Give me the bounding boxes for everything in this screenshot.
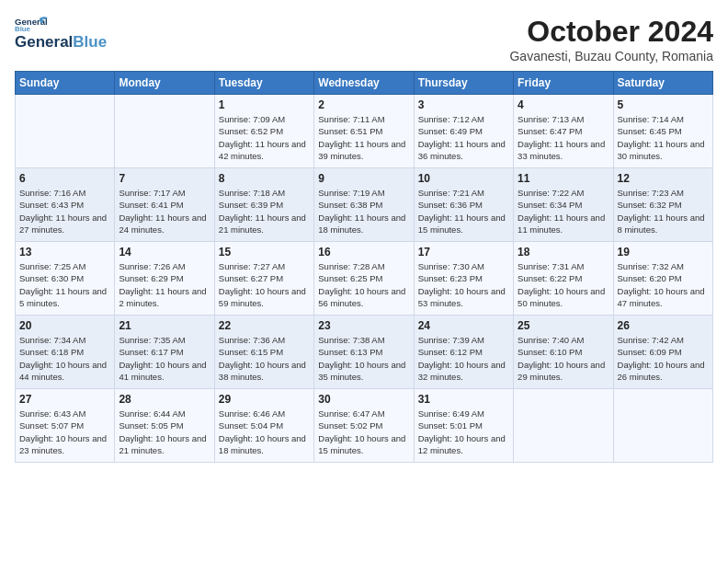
logo-general: General [15, 33, 73, 52]
day-number: 25 [518, 319, 609, 332]
day-number: 10 [418, 172, 509, 185]
weekday-header-cell: Thursday [414, 72, 513, 95]
day-info: Sunrise: 7:36 AM Sunset: 6:15 PM Dayligh… [219, 334, 310, 383]
day-number: 28 [119, 393, 210, 406]
calendar-cell [115, 95, 214, 168]
day-number: 13 [19, 246, 110, 259]
day-info: Sunrise: 6:47 AM Sunset: 5:02 PM Dayligh… [318, 408, 409, 456]
calendar-cell: 18Sunrise: 7:31 AM Sunset: 6:22 PM Dayli… [514, 242, 613, 316]
day-info: Sunrise: 7:28 AM Sunset: 6:25 PM Dayligh… [318, 260, 409, 309]
calendar-cell: 6Sunrise: 7:16 AM Sunset: 6:43 PM Daylig… [16, 168, 115, 242]
day-info: Sunrise: 7:30 AM Sunset: 6:23 PM Dayligh… [418, 260, 509, 309]
calendar-cell: 17Sunrise: 7:30 AM Sunset: 6:23 PM Dayli… [414, 242, 513, 316]
day-number: 21 [119, 319, 210, 332]
day-number: 8 [219, 172, 310, 185]
location-title: Gavanesti, Buzau County, Romania [509, 49, 713, 63]
day-info: Sunrise: 6:43 AM Sunset: 5:07 PM Dayligh… [19, 408, 110, 456]
calendar-cell: 28Sunrise: 6:44 AM Sunset: 5:05 PM Dayli… [115, 389, 214, 463]
day-info: Sunrise: 7:16 AM Sunset: 6:43 PM Dayligh… [19, 187, 110, 236]
calendar-cell: 30Sunrise: 6:47 AM Sunset: 5:02 PM Dayli… [314, 389, 414, 463]
logo: General Blue General Blue [15, 15, 107, 52]
svg-text:Blue: Blue [15, 25, 31, 33]
day-info: Sunrise: 7:34 AM Sunset: 6:18 PM Dayligh… [19, 334, 110, 383]
weekday-header-cell: Wednesday [314, 72, 414, 95]
day-info: Sunrise: 7:39 AM Sunset: 6:12 PM Dayligh… [418, 334, 509, 383]
day-number: 20 [19, 319, 110, 332]
day-number: 4 [518, 98, 609, 111]
day-number: 1 [219, 98, 310, 111]
month-title: October 2024 [509, 15, 713, 49]
calendar-cell: 12Sunrise: 7:23 AM Sunset: 6:32 PM Dayli… [613, 168, 712, 242]
day-info: Sunrise: 7:19 AM Sunset: 6:38 PM Dayligh… [318, 187, 409, 236]
day-number: 5 [618, 98, 709, 111]
day-info: Sunrise: 7:12 AM Sunset: 6:49 PM Dayligh… [418, 113, 509, 162]
calendar-cell: 16Sunrise: 7:28 AM Sunset: 6:25 PM Dayli… [314, 242, 414, 316]
page-header: General Blue General Blue October 2024 G… [15, 15, 713, 63]
day-number: 2 [318, 98, 409, 111]
calendar-cell: 4Sunrise: 7:13 AM Sunset: 6:47 PM Daylig… [514, 95, 613, 168]
calendar-cell: 29Sunrise: 6:46 AM Sunset: 5:04 PM Dayli… [214, 389, 313, 463]
day-number: 3 [418, 98, 509, 111]
calendar-week-row: 20Sunrise: 7:34 AM Sunset: 6:18 PM Dayli… [16, 316, 713, 389]
day-info: Sunrise: 7:11 AM Sunset: 6:51 PM Dayligh… [318, 113, 409, 162]
day-info: Sunrise: 7:25 AM Sunset: 6:30 PM Dayligh… [19, 260, 110, 309]
day-number: 29 [219, 393, 310, 406]
day-info: Sunrise: 7:13 AM Sunset: 6:47 PM Dayligh… [518, 113, 609, 162]
day-number: 22 [219, 319, 310, 332]
calendar-cell: 3Sunrise: 7:12 AM Sunset: 6:49 PM Daylig… [414, 95, 513, 168]
title-section: October 2024 Gavanesti, Buzau County, Ro… [509, 15, 713, 63]
calendar-cell: 8Sunrise: 7:18 AM Sunset: 6:39 PM Daylig… [214, 168, 313, 242]
calendar-cell [514, 389, 613, 463]
calendar-cell: 5Sunrise: 7:14 AM Sunset: 6:45 PM Daylig… [613, 95, 712, 168]
day-number: 24 [418, 319, 509, 332]
day-number: 11 [518, 172, 609, 185]
logo-icon: General Blue [15, 15, 48, 33]
day-info: Sunrise: 7:32 AM Sunset: 6:20 PM Dayligh… [618, 260, 709, 309]
day-number: 18 [518, 246, 609, 259]
calendar-week-row: 27Sunrise: 6:43 AM Sunset: 5:07 PM Dayli… [16, 389, 713, 463]
day-number: 16 [318, 246, 409, 259]
calendar-cell: 15Sunrise: 7:27 AM Sunset: 6:27 PM Dayli… [214, 242, 313, 316]
day-number: 12 [618, 172, 709, 185]
day-info: Sunrise: 7:38 AM Sunset: 6:13 PM Dayligh… [318, 334, 409, 383]
logo-blue: Blue [73, 33, 107, 52]
weekday-header-cell: Saturday [613, 72, 712, 95]
weekday-header-cell: Friday [514, 72, 613, 95]
calendar-cell: 26Sunrise: 7:42 AM Sunset: 6:09 PM Dayli… [613, 316, 712, 389]
day-info: Sunrise: 7:40 AM Sunset: 6:10 PM Dayligh… [518, 334, 609, 383]
weekday-header-cell: Tuesday [214, 72, 313, 95]
day-number: 14 [119, 246, 210, 259]
calendar-cell: 25Sunrise: 7:40 AM Sunset: 6:10 PM Dayli… [514, 316, 613, 389]
calendar-cell: 20Sunrise: 7:34 AM Sunset: 6:18 PM Dayli… [16, 316, 115, 389]
calendar-week-row: 13Sunrise: 7:25 AM Sunset: 6:30 PM Dayli… [16, 242, 713, 316]
day-info: Sunrise: 7:42 AM Sunset: 6:09 PM Dayligh… [618, 334, 709, 383]
day-number: 9 [318, 172, 409, 185]
day-number: 7 [119, 172, 210, 185]
calendar-cell: 19Sunrise: 7:32 AM Sunset: 6:20 PM Dayli… [613, 242, 712, 316]
calendar-cell: 10Sunrise: 7:21 AM Sunset: 6:36 PM Dayli… [414, 168, 513, 242]
day-number: 30 [318, 393, 409, 406]
calendar-cell [16, 95, 115, 168]
day-info: Sunrise: 7:23 AM Sunset: 6:32 PM Dayligh… [618, 187, 709, 236]
calendar-cell [613, 389, 712, 463]
day-info: Sunrise: 6:49 AM Sunset: 5:01 PM Dayligh… [418, 408, 509, 456]
weekday-header-cell: Monday [115, 72, 214, 95]
day-info: Sunrise: 7:26 AM Sunset: 6:29 PM Dayligh… [119, 260, 210, 309]
day-info: Sunrise: 7:14 AM Sunset: 6:45 PM Dayligh… [618, 113, 709, 162]
day-info: Sunrise: 7:18 AM Sunset: 6:39 PM Dayligh… [219, 187, 310, 236]
calendar-cell: 22Sunrise: 7:36 AM Sunset: 6:15 PM Dayli… [214, 316, 313, 389]
calendar-cell: 24Sunrise: 7:39 AM Sunset: 6:12 PM Dayli… [414, 316, 513, 389]
weekday-header-row: SundayMondayTuesdayWednesdayThursdayFrid… [16, 72, 713, 95]
day-number: 23 [318, 319, 409, 332]
day-number: 15 [219, 246, 310, 259]
calendar-cell: 23Sunrise: 7:38 AM Sunset: 6:13 PM Dayli… [314, 316, 414, 389]
day-info: Sunrise: 7:17 AM Sunset: 6:41 PM Dayligh… [119, 187, 210, 236]
day-number: 19 [618, 246, 709, 259]
day-number: 26 [618, 319, 709, 332]
day-number: 17 [418, 246, 509, 259]
day-info: Sunrise: 7:31 AM Sunset: 6:22 PM Dayligh… [518, 260, 609, 309]
calendar-cell: 14Sunrise: 7:26 AM Sunset: 6:29 PM Dayli… [115, 242, 214, 316]
calendar-week-row: 1Sunrise: 7:09 AM Sunset: 6:52 PM Daylig… [16, 95, 713, 168]
day-info: Sunrise: 7:21 AM Sunset: 6:36 PM Dayligh… [418, 187, 509, 236]
calendar-table: SundayMondayTuesdayWednesdayThursdayFrid… [15, 71, 713, 463]
